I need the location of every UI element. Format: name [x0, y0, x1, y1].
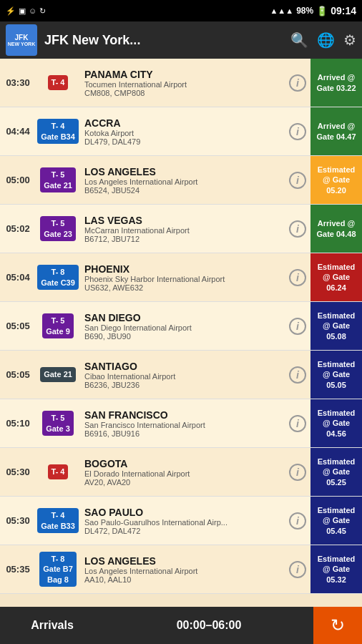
status-badge: Estimated @ Gate 04.56	[310, 399, 362, 447]
table-row: 05:02T- 5 Gate 23LAS VEGASMcCarran Inter…	[0, 205, 362, 253]
flight-codes: CM808, CMP808	[84, 89, 280, 97]
city-name: SAN FRANCISCO	[84, 409, 280, 421]
settings-icon[interactable]: ⚙	[343, 31, 356, 49]
info-button[interactable]: i	[289, 74, 306, 92]
gate-col: T- 4	[36, 59, 80, 107]
city-name: PHOENIX	[84, 263, 280, 275]
info-button[interactable]: i	[289, 561, 306, 578]
header-title: JFK New York...	[44, 33, 283, 48]
gate-col: T- 5 Gate 9	[36, 302, 80, 350]
info-icon-col: i	[285, 448, 310, 496]
bottom-time-range: 00:00–06:00	[104, 619, 313, 632]
flight-codes: DL472, DAL472	[84, 527, 280, 535]
gate-badge: T- 4 Gate B33	[37, 508, 79, 533]
table-row: 05:00T- 5 Gate 21LOS ANGELESLos Angeles …	[0, 156, 362, 205]
table-row: 04:44T- 4 Gate B34ACCRAKotoka AirportDL4…	[0, 107, 362, 156]
info-button[interactable]: i	[289, 512, 306, 530]
flight-codes: B690, JBU90	[84, 332, 280, 341]
airport-name: Los Angeles International Airport	[84, 567, 280, 575]
refresh-icon: ↻	[331, 615, 345, 635]
status-badge: Estimated @ Gate 05.25	[310, 448, 362, 496]
status-badge: Estimated @ Gate 05.20	[310, 156, 362, 204]
gate-col: T- 8 Gate B7 Bag 8	[36, 545, 80, 593]
gate-badge: T- 4	[48, 75, 69, 89]
gate-badge: T- 4 Gate B34	[37, 119, 79, 144]
airport-name: San Francisco International Airport	[84, 421, 280, 429]
airport-name: El Dorado International Airport	[84, 469, 280, 478]
airport-name: McCarran International Airport	[84, 226, 280, 235]
info-icon-col: i	[285, 497, 310, 545]
gate-col: T- 5 Gate 3	[36, 399, 80, 447]
gate-col: T- 8 Gate C39	[36, 253, 80, 301]
flight-codes: DL479, DAL479	[84, 137, 280, 146]
city-name: LOS ANGELES	[84, 555, 280, 567]
flight-info: LOS ANGELESLos Angeles International Air…	[80, 545, 285, 593]
sync-icon: ↻	[39, 6, 46, 16]
flight-codes: B6916, JBU916	[84, 429, 280, 438]
city-name: SANTIAGO	[84, 361, 280, 372]
search-icon[interactable]: 🔍	[290, 31, 308, 49]
info-icon-col: i	[285, 205, 310, 253]
city-name: LOS ANGELES	[84, 166, 280, 177]
airport-name: Kotoka Airport	[84, 129, 280, 137]
flight-time: 05:30	[0, 497, 36, 545]
flight-time: 05:35	[0, 545, 36, 593]
flight-time: 05:00	[0, 156, 36, 204]
table-row: 05:30T- 4 Gate B33SAO PAULOSao Paulo-Gua…	[0, 497, 362, 545]
table-row: 05:05T- 5 Gate 9SAN DIEGOSan Diego Inter…	[0, 302, 362, 351]
flight-codes: US632, AWE632	[84, 283, 280, 292]
signal-icon: ▲▲▲	[270, 6, 293, 15]
battery-icon: 🔋	[316, 6, 328, 16]
status-badge: Estimated @ Gate 05.45	[310, 497, 362, 545]
refresh-button[interactable]: ↻	[313, 607, 362, 644]
gate-badge: T- 8 Gate B7 Bag 8	[39, 552, 77, 587]
status-badge: Arrived @ Gate 04.48	[310, 205, 362, 253]
status-bar-left: ⚡ ▣ ☺ ↻	[6, 6, 46, 16]
status-bar: ⚡ ▣ ☺ ↻ ▲▲▲ 98% 🔋 09:14	[0, 0, 362, 21]
gate-badge: T- 5 Gate 23	[40, 216, 76, 241]
flight-codes: B6712, JBU712	[84, 235, 280, 243]
flight-info: LAS VEGASMcCarran International AirportB…	[80, 205, 285, 253]
info-button[interactable]: i	[289, 464, 306, 481]
flight-info: PHOENIXPhoenix Sky Harbor International …	[80, 253, 285, 301]
status-badge: Estimated @ Gate 05.05	[310, 351, 362, 399]
gate-badge: Gate 21	[40, 367, 76, 381]
info-icon-col: i	[285, 351, 310, 399]
status-badge: Arrived @ Gate 03.22	[310, 59, 362, 107]
info-button[interactable]: i	[289, 318, 306, 335]
gate-badge: T- 5 Gate 3	[42, 411, 74, 436]
table-row: 05:04T- 8 Gate C39PHOENIXPhoenix Sky Har…	[0, 253, 362, 302]
info-button[interactable]: i	[289, 220, 306, 238]
flight-info: PANAMA CITYTocumen International Airport…	[80, 59, 285, 107]
header-actions: 🔍 🌐 ⚙	[290, 31, 356, 49]
status-badge: Estimated @ Gate 05.08	[310, 302, 362, 350]
info-button[interactable]: i	[289, 123, 306, 140]
gate-col: T- 5 Gate 21	[36, 156, 80, 204]
flight-info: LOS ANGELESLos Angeles International Air…	[80, 156, 285, 204]
table-row: 05:30T- 4BOGOTAEl Dorado International A…	[0, 448, 362, 497]
table-row: 05:05Gate 21SANTIAGOCibao International …	[0, 351, 362, 399]
gate-col: T- 4	[36, 448, 80, 496]
info-icon-col: i	[285, 59, 310, 107]
flight-codes: AV20, AVA20	[84, 478, 280, 487]
info-button[interactable]: i	[289, 366, 306, 384]
gate-badge: T- 4	[48, 464, 69, 479]
table-row: 05:35T- 8 Gate B7 Bag 8LOS ANGELESLos An…	[0, 545, 362, 594]
flight-codes: AA10, AAL10	[84, 575, 280, 584]
airport-name: Cibao International Airport	[84, 372, 280, 381]
city-name: SAN DIEGO	[84, 312, 280, 323]
gate-col: T- 4 Gate B34	[36, 107, 80, 155]
city-name: PANAMA CITY	[84, 69, 280, 80]
gate-badge: T- 8 Gate C39	[37, 265, 79, 290]
info-button[interactable]: i	[289, 269, 306, 286]
globe-icon[interactable]: 🌐	[317, 31, 335, 49]
usb-icon: ⚡	[6, 6, 16, 16]
status-badge: Estimated @ Gate 05.32	[310, 545, 362, 593]
flight-info: SAN FRANCISCOSan Francisco International…	[80, 399, 285, 447]
logo-line2: NEW YORK	[8, 42, 35, 47]
clock: 09:14	[331, 5, 356, 16]
info-button[interactable]: i	[289, 415, 306, 432]
info-button[interactable]: i	[289, 172, 306, 189]
flight-info: ACCRAKotoka AirportDL479, DAL479	[80, 107, 285, 155]
flight-info: SAN DIEGOSan Diego International Airport…	[80, 302, 285, 350]
